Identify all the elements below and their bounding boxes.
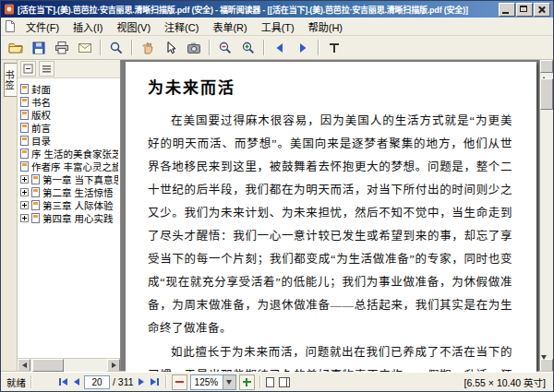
snapshot-button[interactable] bbox=[183, 37, 205, 58]
zoom-in-icon bbox=[241, 41, 256, 55]
bookmark-page-icon bbox=[20, 161, 29, 172]
bookmark-label: 版权 bbox=[31, 108, 51, 121]
single-page-mode-button[interactable] bbox=[266, 377, 274, 387]
paragraph: 如此擅长于为未来而活，问题就出在我们已养成了不活在当下的习惯，于是当那些期待已久… bbox=[148, 341, 512, 372]
status-text: 就绪 bbox=[6, 375, 26, 389]
zoom-level-combobox[interactable]: 125% bbox=[190, 374, 236, 390]
content-area: 书签 封面 书名 版权 前言 目录 序 生活的美食家张芝 作者序 丰富心灵之旅 … bbox=[1, 60, 553, 372]
hand-tool-button[interactable] bbox=[137, 37, 159, 58]
scroll-right-button[interactable] bbox=[107, 359, 120, 372]
bookmark-item[interactable]: 前言 bbox=[20, 121, 118, 134]
menu-insert[interactable]: 插入(I) bbox=[66, 18, 109, 36]
bookmark-page-icon bbox=[31, 200, 40, 210]
tab-bookmarks[interactable]: 书签 bbox=[4, 63, 17, 97]
statusbar-separator bbox=[259, 375, 261, 388]
bookmark-item[interactable]: 作者序 丰富心灵之旅 bbox=[20, 160, 118, 172]
pdf-app-icon bbox=[4, 4, 15, 15]
vertical-scrollbar[interactable] bbox=[539, 60, 553, 372]
minimize-button[interactable] bbox=[499, 3, 515, 17]
last-page-button[interactable] bbox=[149, 377, 161, 386]
menu-file[interactable]: 文件(F) bbox=[19, 18, 66, 36]
scroll-thumb[interactable] bbox=[540, 78, 553, 110]
page-navigation: / 311 bbox=[57, 375, 161, 389]
bookmark-label: 序 生活的美食家张芝 bbox=[31, 147, 118, 160]
next-page-icon bbox=[138, 378, 144, 386]
next-page-button[interactable] bbox=[137, 377, 146, 386]
print-button[interactable] bbox=[51, 37, 73, 58]
bookmark-page-icon bbox=[20, 148, 29, 159]
toolbar-separator bbox=[209, 40, 211, 55]
window-title: [活在当下].(美).芭芭拉·安吉丽思.清晰扫描版.pdf (安全) - 福昕阅… bbox=[18, 4, 496, 16]
maximize-icon bbox=[520, 6, 527, 12]
bookmark-page-icon bbox=[20, 97, 29, 107]
bookmark-item[interactable]: 版权 bbox=[20, 108, 118, 121]
bookmark-item[interactable]: 目录 bbox=[20, 134, 118, 147]
scroll-thumb[interactable] bbox=[32, 359, 64, 372]
collapse-all-button[interactable] bbox=[20, 61, 36, 77]
previous-view-button[interactable] bbox=[269, 37, 291, 58]
menu-help[interactable]: 帮助(H) bbox=[302, 18, 349, 36]
expand-icon[interactable] bbox=[20, 175, 29, 184]
expand-icon[interactable] bbox=[20, 201, 29, 209]
previous-page-icon bbox=[74, 378, 79, 386]
bookmark-page-icon bbox=[31, 187, 40, 197]
email-button[interactable] bbox=[74, 37, 96, 58]
scroll-up-button[interactable] bbox=[540, 60, 553, 73]
menu-view[interactable]: 视图(V) bbox=[110, 18, 157, 36]
expand-icon[interactable] bbox=[20, 188, 29, 196]
zoom-out-button[interactable] bbox=[172, 374, 187, 390]
bookmark-item[interactable]: 封面 bbox=[20, 82, 118, 95]
open-button[interactable] bbox=[5, 37, 27, 58]
scroll-track[interactable] bbox=[540, 73, 553, 359]
maximize-button[interactable] bbox=[516, 3, 533, 17]
bookmark-item[interactable]: 第三章 人际体验 bbox=[20, 198, 118, 211]
zoom-out-icon bbox=[218, 41, 233, 55]
bookmark-label: 第一章 当下真意思 bbox=[42, 172, 118, 185]
app-window: [活在当下].(美).芭芭拉·安吉丽思.清晰扫描版.pdf (安全) - 福昕阅… bbox=[0, 0, 554, 392]
bookmark-item[interactable]: 第一章 当下真意思 bbox=[20, 172, 118, 185]
scroll-left-button[interactable] bbox=[18, 359, 30, 372]
facing-page-mode-button[interactable] bbox=[279, 377, 287, 387]
page-container[interactable]: 为未来而活 在美国要过得麻木很容易，因为美国人的生活方式就是“为更美好的明天而活… bbox=[121, 60, 539, 372]
text-viewer-button[interactable] bbox=[323, 37, 345, 58]
scroll-track[interactable] bbox=[30, 359, 107, 372]
scroll-left-icon bbox=[22, 362, 27, 368]
chapter-title: 为未来而活 bbox=[148, 75, 512, 98]
zoom-dropdown-button[interactable] bbox=[223, 375, 235, 389]
zoom-in-button[interactable] bbox=[239, 374, 255, 390]
select-text-button[interactable] bbox=[160, 37, 182, 58]
next-view-button[interactable] bbox=[292, 37, 314, 58]
scroll-down-button[interactable] bbox=[540, 359, 553, 372]
menu-comments[interactable]: 注释(C) bbox=[158, 18, 205, 36]
page-number-input[interactable] bbox=[84, 375, 110, 389]
print-icon bbox=[54, 41, 69, 55]
text-viewer-icon bbox=[327, 41, 342, 55]
zoom-out-button[interactable] bbox=[214, 37, 236, 58]
bookmark-options-button[interactable] bbox=[39, 61, 54, 77]
menu-forms[interactable]: 表单(R) bbox=[206, 18, 253, 36]
find-button[interactable] bbox=[105, 37, 127, 58]
expand-icon[interactable] bbox=[20, 214, 29, 222]
options-icon bbox=[42, 64, 52, 74]
arrow-left-icon bbox=[272, 41, 287, 55]
close-button[interactable] bbox=[534, 3, 550, 17]
paragraph: 在美国要过得麻木很容易，因为美国人的生活方式就是“为更美好的明天而活、而梦想”。… bbox=[148, 110, 512, 340]
open-icon bbox=[8, 41, 23, 55]
pdf-page[interactable]: 为未来而活 在美国要过得麻木很容易，因为美国人的生活方式就是“为更美好的明天而活… bbox=[126, 62, 536, 372]
bookmark-item[interactable]: 书名 bbox=[20, 95, 118, 108]
previous-page-button[interactable] bbox=[72, 377, 81, 386]
bookmark-item[interactable]: 第四章 用心实践 bbox=[20, 211, 118, 224]
statusbar-separator bbox=[30, 375, 32, 388]
zoom-in-button[interactable] bbox=[237, 37, 259, 58]
first-page-button[interactable] bbox=[57, 377, 69, 386]
bookmark-item[interactable]: 序 生活的美食家张芝 bbox=[20, 147, 118, 160]
toolbar-separator bbox=[318, 40, 319, 55]
bookmark-item[interactable]: 第二章 生活惊悟 bbox=[20, 185, 118, 198]
page-total: / 311 bbox=[113, 376, 134, 387]
bookmarks-toolbar bbox=[18, 60, 120, 78]
document-mini-icon[interactable] bbox=[5, 20, 16, 32]
bookmarks-horizontal-scrollbar[interactable] bbox=[18, 358, 120, 372]
toolbar bbox=[1, 36, 553, 60]
menu-tools[interactable]: 工具(T) bbox=[255, 18, 301, 36]
save-button[interactable] bbox=[28, 37, 50, 58]
